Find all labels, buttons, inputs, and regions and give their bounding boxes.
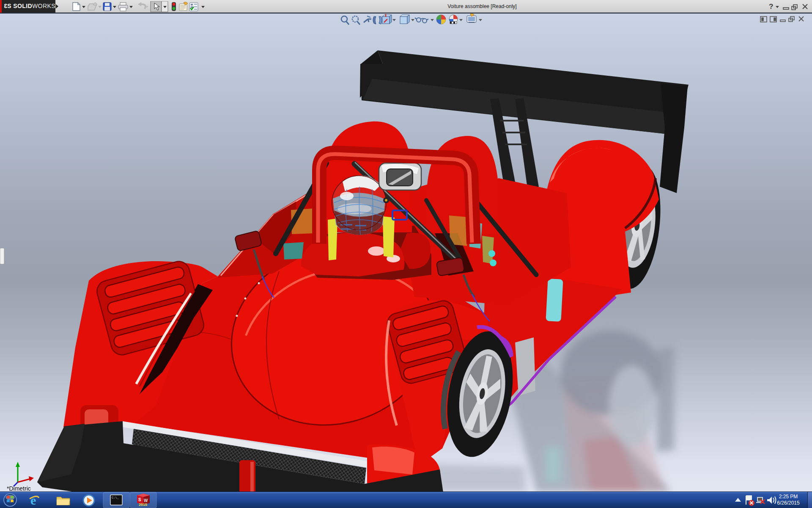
svg-text:S: S: [138, 497, 141, 502]
svg-text:*Dimetric: *Dimetric: [7, 485, 31, 492]
svg-text:2015: 2015: [139, 502, 147, 507]
svg-text:e: e: [30, 493, 36, 507]
svg-text:?: ?: [769, 3, 773, 11]
svg-text:C:\_: C:\_: [112, 496, 119, 500]
